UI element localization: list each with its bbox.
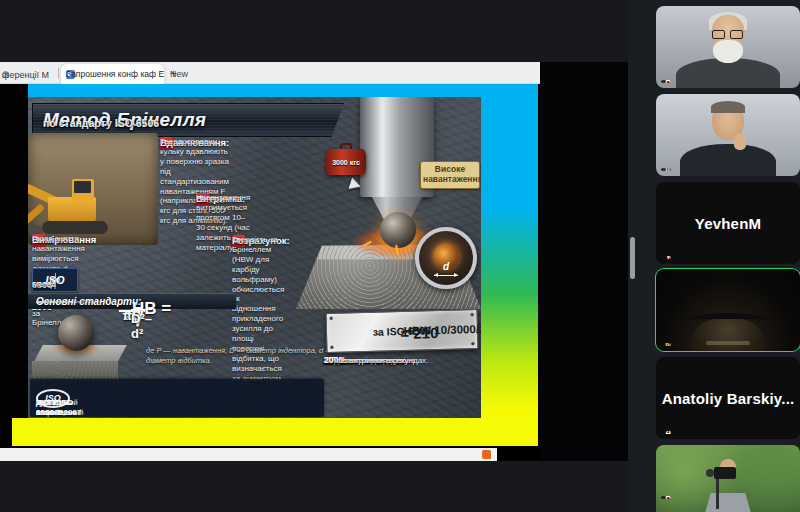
browser-content: Метод Брінелля по стандарту ISO 6506 [0, 84, 540, 448]
excavator-window [74, 181, 91, 193]
screw [330, 317, 333, 320]
participant-center-name: Anatoliy Barskiy... [656, 357, 800, 439]
weight-3000kgf: 3000 кгс [326, 149, 366, 175]
viewer-brand-icon[interactable] [482, 450, 491, 459]
participant-name-label: Володимир СУПОНЄВ [661, 80, 671, 83]
slide-bottom-margin [12, 418, 538, 446]
diameter-label: d [443, 261, 449, 272]
tab-close-icon[interactable]: ✕ [3, 70, 10, 79]
anvil-sphere [58, 315, 94, 351]
participant-video [656, 6, 800, 88]
iso-standard-badge: ISO ISO 6506-1: 2005 Метод визначення тв… [32, 265, 232, 295]
participants-panel: Володимир СУПОНЄВ Ігор Пімонов YevhenM Y… [628, 0, 800, 512]
participant-tile-active-speaker[interactable]: Мариновський Микола [656, 269, 800, 351]
excavator-photo [28, 133, 158, 245]
participant-name-label: Мариновський Микола [661, 343, 671, 346]
participant-video [656, 94, 800, 176]
participant-center-name: YevhenM [656, 182, 800, 264]
divider-line [36, 301, 116, 303]
browser-tab-bar: ференції М ✕ Запрошення конф каф ЕВСБДМ … [0, 62, 540, 84]
screw [471, 313, 474, 316]
participant-video [656, 269, 800, 351]
infographic-subtitle: по стандарту ISO 6506 [43, 117, 159, 131]
magnifier-detail: d [415, 227, 477, 289]
legend-item: 20 — час витримки в секундах. [324, 355, 428, 366]
new-tab-label: New [170, 69, 188, 79]
participant-name-label: YevhenM [661, 256, 671, 259]
browser-tab-active[interactable]: Запрошення конф каф ЕВСБДМ ХН [61, 64, 164, 84]
standards-box: ISO ISO 6506-1: 2005 Метод визначення тв… [30, 379, 324, 417]
indenter-ball [380, 212, 416, 248]
participant-name-label: Anatoliy Barskiy (Анат [661, 431, 671, 434]
infographic: Метод Брінелля по стандарту ISO 6506 [28, 97, 481, 418]
tab-separator [58, 68, 59, 79]
participant-tile[interactable]: YevhenM YevhenM [656, 182, 800, 264]
hardness-value-plate: = 210 HBW 10/3000/20 за ISO 6506 [326, 309, 479, 353]
excavator-tracks [42, 221, 108, 234]
slide-gradient-margin [481, 84, 538, 446]
high-load-label: Високе навантаження [420, 161, 480, 189]
participant-tile[interactable]: Ігор Пімонов [656, 94, 800, 176]
panel-scrollbar[interactable] [630, 237, 635, 279]
participant-tile[interactable]: Володимир СУПОНЄВ [656, 6, 800, 88]
screw [330, 346, 333, 349]
letterbox-right [540, 62, 628, 461]
participant-tile[interactable]: Anatoliy Barskiy... Anatoliy Barskiy (Ан… [656, 357, 800, 439]
zoom-app-window: ференції М ✕ Запрошення конф каф ЕВСБДМ … [0, 0, 800, 512]
viewer-toolbar: ‹ ☰ › [0, 448, 497, 461]
shared-browser-window: ференції М ✕ Запрошення конф каф ЕВСБДМ … [0, 62, 540, 461]
formula-note: де P — навантаження, D — діаметр інденто… [146, 346, 336, 366]
slide-top-margin [28, 84, 481, 97]
participant-tile[interactable]: Вячеслав Наволоков [656, 445, 800, 512]
browser-tab-inactive[interactable]: ференції М ✕ [0, 65, 58, 84]
diameter-arrow [434, 275, 458, 276]
excavator-arm [28, 203, 45, 226]
anvil-ball-illustration [32, 311, 128, 385]
participant-name-label: Ігор Пімонов [661, 168, 671, 171]
participant-video [656, 445, 800, 512]
tab-label: Запрошення конф каф ЕВСБДМ ХН [66, 69, 164, 79]
anvil-front [32, 361, 118, 381]
participant-name-label: Вячеслав Наволоков [661, 496, 671, 499]
screw [471, 342, 474, 345]
